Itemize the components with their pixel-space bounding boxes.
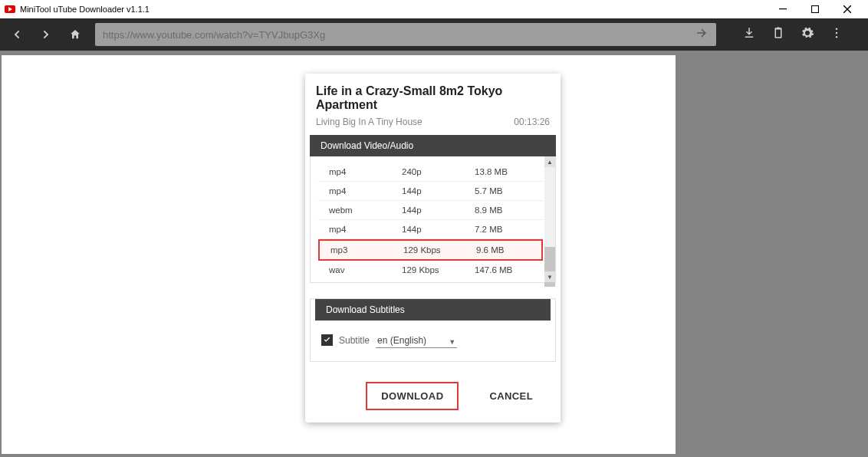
subtitles-header: Download Subtitles — [315, 299, 551, 321]
format-quality: 129 Kbps — [402, 265, 475, 275]
subtitle-label: Subtitle — [339, 335, 370, 346]
toolbar — [0, 18, 868, 51]
format-size: 147.6 MB — [475, 265, 532, 275]
svg-rect-1 — [812, 6, 819, 13]
format-fmt: mp3 — [330, 245, 403, 255]
subtitle-section: Download Subtitles Subtitle en (English)… — [310, 298, 556, 362]
format-row[interactable]: webm144p8.9 MB — [318, 201, 543, 220]
cancel-button[interactable]: CANCEL — [475, 382, 547, 410]
more-icon[interactable] — [830, 26, 843, 43]
format-list: ▲ ▼ mp4240p13.8 MBmp4144p5.7 MBwebm144p8… — [310, 156, 556, 283]
format-fmt: wav — [329, 265, 402, 275]
video-title: Life in a Crazy-Small 8m2 Tokyo Apartmen… — [305, 84, 561, 117]
scroll-up-button[interactable]: ▲ — [544, 156, 555, 167]
back-button[interactable] — [8, 25, 26, 44]
format-size: 13.8 MB — [475, 167, 532, 176]
format-size: 8.9 MB — [475, 205, 532, 215]
url-bar — [95, 23, 716, 46]
svg-point-4 — [836, 28, 837, 30]
maximize-button[interactable] — [799, 0, 831, 18]
svg-rect-0 — [779, 8, 787, 9]
download-button[interactable]: DOWNLOAD — [366, 382, 459, 410]
settings-icon[interactable] — [801, 26, 814, 43]
format-row[interactable]: mp3129 Kbps9.6 MB — [318, 239, 543, 261]
title-bar: MiniTool uTube Downloader v1.1.1 — [0, 0, 868, 18]
download-dialog: Life in a Crazy-Small 8m2 Tokyo Apartmen… — [305, 74, 561, 422]
format-fmt: mp4 — [329, 167, 402, 176]
format-row[interactable]: mp4240p13.8 MB — [318, 163, 543, 182]
url-input[interactable] — [103, 29, 695, 41]
content-area: Life in a Crazy-Small 8m2 Tokyo Apartmen… — [0, 51, 868, 457]
format-fmt: mp4 — [329, 225, 402, 234]
app-icon — [5, 5, 15, 13]
channel-name: Living Big In A Tiny House — [316, 117, 422, 127]
format-quality: 129 Kbps — [403, 245, 476, 255]
format-row[interactable]: mp4144p7.2 MB — [318, 220, 543, 239]
svg-point-5 — [836, 32, 837, 34]
app-title: MiniTool uTube Downloader v1.1.1 — [20, 5, 150, 14]
scroll-down-button[interactable]: ▼ — [544, 271, 555, 282]
video-duration: 00:13:26 — [514, 117, 550, 127]
format-quality: 144p — [402, 186, 475, 196]
svg-point-6 — [836, 36, 837, 38]
format-quality: 144p — [402, 225, 475, 234]
go-button[interactable] — [695, 26, 709, 43]
subtitle-language-select[interactable]: en (English) — [376, 334, 457, 348]
format-size: 7.2 MB — [475, 225, 532, 234]
format-quality: 144p — [402, 205, 475, 215]
download-icon[interactable] — [742, 26, 756, 43]
format-quality: 240p — [402, 167, 475, 176]
clipboard-icon[interactable] — [771, 26, 785, 43]
scrollbar[interactable]: ▲ ▼ — [544, 156, 555, 282]
format-row[interactable]: wav129 Kbps147.6 MB — [318, 261, 543, 279]
subtitle-checkbox[interactable] — [321, 334, 333, 346]
format-fmt: mp4 — [329, 186, 402, 196]
minimize-button[interactable] — [767, 0, 799, 18]
format-row[interactable]: mp4144p5.7 MB — [318, 182, 543, 201]
format-fmt: webm — [329, 205, 402, 215]
format-size: 9.6 MB — [476, 245, 531, 255]
home-button[interactable] — [66, 25, 84, 44]
close-button[interactable] — [831, 0, 863, 18]
forward-button[interactable] — [37, 25, 55, 44]
video-audio-header: Download Video/Audio — [310, 135, 556, 156]
format-size: 5.7 MB — [475, 186, 532, 196]
